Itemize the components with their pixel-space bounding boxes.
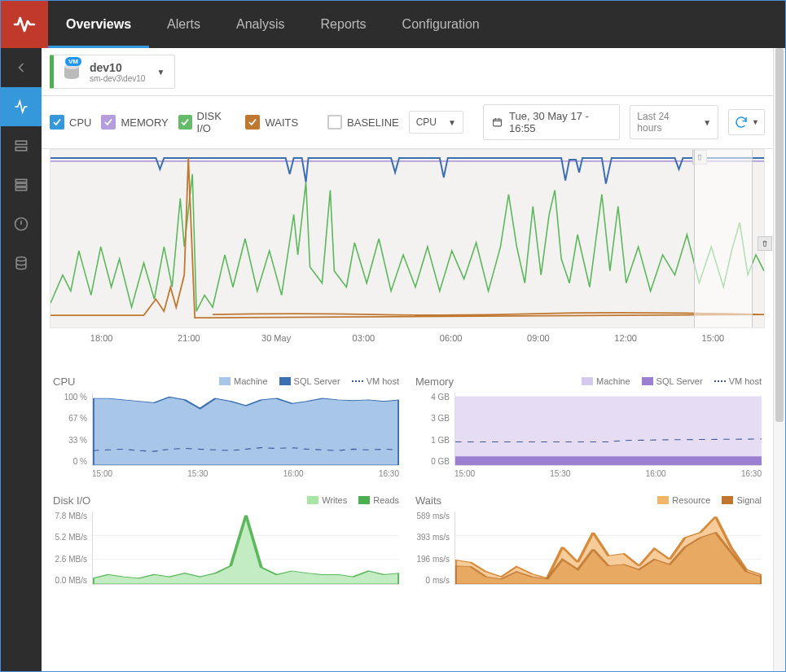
app-logo <box>1 1 48 48</box>
diskio-panel[interactable]: Disk I/O Writes Reads 7.8 MB/s 5.2 MB/s … <box>53 494 399 585</box>
svg-rect-0 <box>15 141 26 144</box>
sidebar-alert-circle[interactable] <box>1 204 42 244</box>
svg-rect-3 <box>15 183 26 186</box>
diskio-title: Disk I/O <box>53 494 90 507</box>
cpu-x-axis: 15:00 15:30 16:00 16:30 <box>92 466 399 478</box>
nav-tabs: Overviews Alerts Analysis Reports Config… <box>48 1 498 48</box>
svg-rect-2 <box>15 179 26 182</box>
time-selection-window[interactable] <box>694 150 753 327</box>
sidebar-activity[interactable] <box>1 87 42 126</box>
memory-y-axis: 4 GB 3 GB 1 GB 0 GB <box>415 393 454 466</box>
cpu-chart <box>92 393 399 466</box>
server-name: dev10 <box>90 61 145 74</box>
diskio-chart <box>92 512 399 585</box>
chevron-down-icon: ▼ <box>156 68 165 77</box>
tab-overviews[interactable]: Overviews <box>48 1 149 48</box>
chevron-down-icon: ▼ <box>448 118 456 127</box>
memory-x-axis: 15:00 15:30 16:00 16:30 <box>454 466 762 478</box>
toggle-baseline[interactable]: BASELINE <box>327 115 399 130</box>
chevron-down-icon: ▼ <box>752 118 759 126</box>
memory-chart <box>454 393 762 466</box>
calendar-icon <box>492 116 503 128</box>
tab-configuration[interactable]: Configuration <box>384 1 498 48</box>
datetime-picker[interactable]: Tue, 30 May 17 - 16:55 <box>483 104 620 140</box>
svg-point-6 <box>16 257 26 261</box>
server-path: sm-dev3\dev10 <box>90 74 145 83</box>
tab-analysis[interactable]: Analysis <box>218 1 303 48</box>
refresh-icon <box>734 115 749 130</box>
waits-title: Waits <box>415 494 441 507</box>
vm-badge: VM <box>65 57 81 66</box>
sidebar <box>1 48 42 671</box>
time-range-select[interactable]: Last 24 hours▼ <box>630 105 718 139</box>
toggle-diskio[interactable]: DISK I/O <box>178 110 236 134</box>
sidebar-back[interactable] <box>1 48 42 87</box>
chevron-down-icon: ▼ <box>703 118 711 127</box>
waits-panel[interactable]: Waits Resource Signal 589 ms/s 393 ms/s … <box>415 494 762 585</box>
baseline-select[interactable]: CPU▼ <box>409 111 463 134</box>
memory-title: Memory <box>415 376 454 388</box>
overview-x-axis: 18:00 21:00 30 May 03:00 06:00 09:00 12:… <box>50 328 765 343</box>
cpu-y-axis: 100 % 67 % 33 % 0 % <box>53 393 92 466</box>
waits-chart <box>454 512 762 585</box>
scrollbar[interactable] <box>773 48 785 671</box>
waits-y-axis: 589 ms/s 393 ms/s 196 ms/s 0 ms/s <box>415 512 454 585</box>
drag-handle-right[interactable] <box>757 236 772 251</box>
refresh-button[interactable]: ▼ <box>728 109 765 135</box>
sidebar-server2[interactable] <box>1 165 42 204</box>
cpu-title: CPU <box>53 376 75 388</box>
toggle-cpu[interactable]: CPU <box>50 115 91 130</box>
tab-reports[interactable]: Reports <box>303 1 384 48</box>
memory-panel[interactable]: Memory Machine SQL Server VM host 4 GB 3… <box>415 376 762 478</box>
overview-chart[interactable] <box>50 149 765 328</box>
tab-alerts[interactable]: Alerts <box>149 1 218 48</box>
toggle-waits[interactable]: WAITS <box>245 115 298 130</box>
sidebar-server1[interactable] <box>1 126 42 165</box>
server-icon: VM <box>60 60 83 83</box>
svg-rect-1 <box>15 147 26 151</box>
server-selector[interactable]: VM dev10 sm-dev3\dev10 ▼ <box>50 55 175 89</box>
sidebar-database[interactable] <box>1 244 42 283</box>
svg-rect-4 <box>15 187 26 190</box>
toggle-memory[interactable]: MEMORY <box>101 115 168 130</box>
svg-rect-9 <box>494 119 502 126</box>
cpu-panel[interactable]: CPU Machine SQL Server VM host 100 % 67 … <box>53 376 399 478</box>
diskio-y-axis: 7.8 MB/s 5.2 MB/s 2.6 MB/s 0.0 MB/s <box>53 512 92 585</box>
